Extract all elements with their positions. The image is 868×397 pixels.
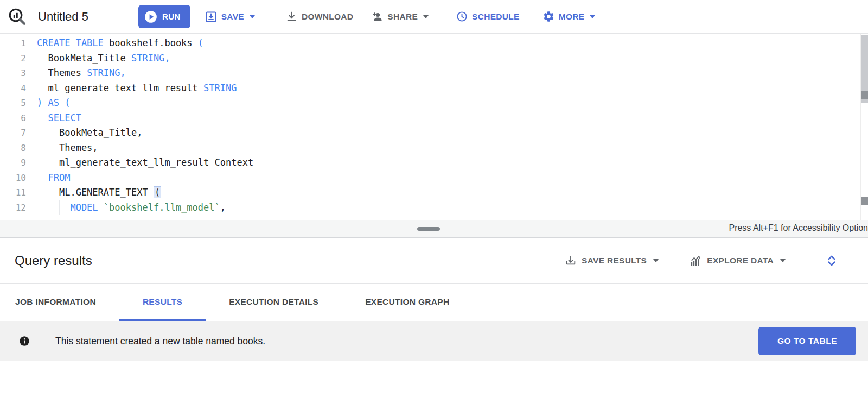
line-number: 12 <box>0 200 37 216</box>
code-line[interactable]: 11 ML.GENERATE_TEXT ( <box>0 185 868 200</box>
more-button[interactable]: MORE <box>542 10 596 23</box>
unfold-chevrons-icon <box>825 254 839 268</box>
download-icon <box>285 10 298 23</box>
accessibility-hint: Press Alt+F1 for Accessibility Options <box>729 223 868 233</box>
person-add-icon <box>371 10 384 23</box>
code-line[interactable]: 4 ml_generate_text_llm_result STRING <box>0 81 868 96</box>
line-number: 9 <box>0 155 37 171</box>
play-icon <box>144 10 158 24</box>
line-number: 1 <box>0 36 37 51</box>
schedule-button[interactable]: SCHEDULE <box>456 10 520 23</box>
chevron-down-icon <box>423 15 429 18</box>
code-lines: 1CREATE TABLE bookshelf.books (2 BookMet… <box>0 36 868 215</box>
code-line[interactable]: 1CREATE TABLE bookshelf.books ( <box>0 36 868 51</box>
info-icon <box>19 336 30 346</box>
query-results-header: Query results SAVE RESULTS <box>0 238 868 283</box>
download-tray-icon <box>565 255 577 267</box>
chevron-down-icon <box>780 259 786 262</box>
code-line[interactable]: 7 BookMeta_Title, <box>0 125 868 141</box>
code-line[interactable]: 5) AS ( <box>0 96 868 111</box>
save-icon <box>205 10 218 23</box>
code-line[interactable]: 9 ml_generate_text_llm_result Context <box>0 155 868 171</box>
line-number: 10 <box>0 171 37 186</box>
query-editor-icon <box>8 7 27 27</box>
run-button[interactable]: RUN <box>138 5 190 28</box>
explore-data-button[interactable]: EXPLORE DATA <box>689 254 786 267</box>
tab-job-information[interactable]: JOB INFORMATION <box>15 284 119 321</box>
bigquery-editor-window: Untitled 5 RUN SAVE <box>0 0 868 397</box>
tab-results[interactable]: RESULTS <box>119 284 206 321</box>
code-line[interactable]: 8 Themes, <box>0 141 868 156</box>
code-line[interactable]: 2 BookMeta_Title STRING, <box>0 51 868 66</box>
line-number: 6 <box>0 111 37 126</box>
share-button[interactable]: SHARE <box>371 10 429 23</box>
scrollbar-decoration <box>861 91 868 99</box>
statement-message: This statement created a new table named… <box>55 336 265 347</box>
code-line[interactable]: 12 MODEL `bookshelf.llm_model`, <box>0 200 868 216</box>
tab-execution-details[interactable]: EXECUTION DETAILS <box>206 284 342 321</box>
save-results-button[interactable]: SAVE RESULTS <box>565 255 659 267</box>
line-number: 4 <box>0 81 37 96</box>
line-number: 7 <box>0 125 37 141</box>
sql-editor[interactable]: 1CREATE TABLE bookshelf.books (2 BookMet… <box>0 34 868 220</box>
scrollbar-decoration <box>861 197 868 205</box>
results-title: Query results <box>15 253 92 268</box>
chart-insights-icon <box>689 254 702 267</box>
go-to-table-button[interactable]: GO TO TABLE <box>758 327 856 355</box>
expand-collapse-panel-button[interactable] <box>825 254 839 268</box>
download-button[interactable]: DOWNLOAD <box>285 10 353 23</box>
line-number: 2 <box>0 51 37 66</box>
editor-toolbar: Untitled 5 RUN SAVE <box>0 0 868 34</box>
line-number: 11 <box>0 185 37 200</box>
code-line[interactable]: 3 Themes STRING, <box>0 66 868 81</box>
line-number: 5 <box>0 96 37 111</box>
panel-resize-handle[interactable] <box>417 227 440 231</box>
chevron-down-icon <box>653 259 659 262</box>
gear-icon <box>542 10 555 23</box>
save-button[interactable]: SAVE <box>205 10 255 23</box>
clock-icon <box>456 10 468 23</box>
tab-execution-graph[interactable]: EXECUTION GRAPH <box>342 284 473 321</box>
code-line[interactable]: 10 FROM <box>0 171 868 186</box>
editor-status-strip: Press Alt+F1 for Accessibility Options <box>0 220 868 238</box>
line-number: 3 <box>0 66 37 81</box>
chevron-down-icon <box>250 15 255 18</box>
query-title: Untitled 5 <box>38 10 88 24</box>
code-line[interactable]: 6 SELECT <box>0 111 868 126</box>
line-number: 8 <box>0 141 37 156</box>
chevron-down-icon <box>590 15 595 18</box>
results-tab-bar: JOB INFORMATION RESULTS EXECUTION DETAIL… <box>0 283 868 321</box>
statement-result-banner: This statement created a new table named… <box>0 321 868 361</box>
